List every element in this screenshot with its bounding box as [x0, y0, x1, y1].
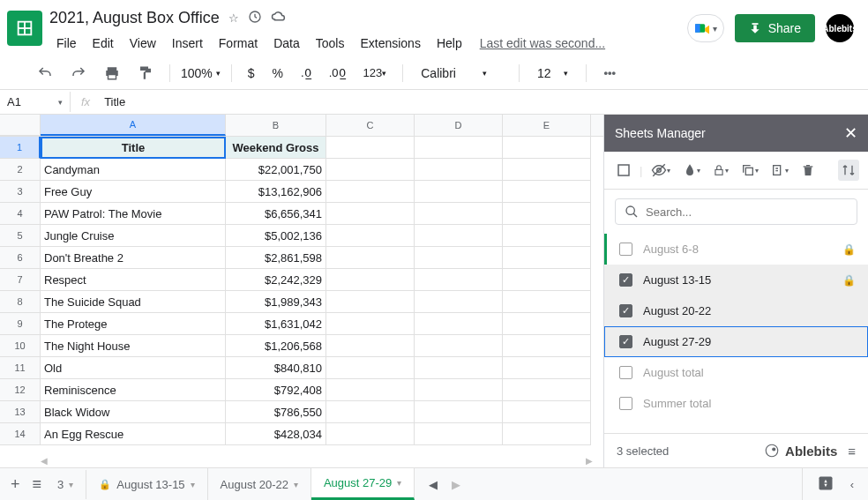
col-header-a[interactable]: A: [41, 115, 226, 136]
sidebar-close-button[interactable]: ✕: [844, 123, 857, 143]
cell[interactable]: [415, 291, 503, 313]
cell[interactable]: $13,162,906: [226, 181, 326, 203]
menu-help[interactable]: Help: [430, 33, 469, 54]
meet-button[interactable]: ▾: [687, 14, 724, 42]
tab-prev-button[interactable]: ◀: [429, 478, 438, 491]
user-avatar[interactable]: Ablebits: [826, 14, 854, 42]
row-header[interactable]: 5: [0, 225, 41, 247]
cell[interactable]: [415, 269, 503, 291]
spreadsheet-grid[interactable]: A B C D E 1TitleWeekend Gross2Candyman$2…: [0, 115, 603, 467]
cell[interactable]: [415, 137, 503, 159]
col-header-b[interactable]: B: [226, 115, 326, 136]
scroll-left-icon[interactable]: ◀: [41, 456, 48, 466]
row-header[interactable]: 4: [0, 203, 41, 225]
color-icon[interactable]: ▾: [679, 160, 704, 181]
cell[interactable]: $2,242,329: [226, 269, 326, 291]
row-header[interactable]: 12: [0, 379, 41, 401]
checkbox[interactable]: [619, 243, 632, 256]
cell[interactable]: [326, 357, 415, 379]
cell[interactable]: [326, 335, 415, 357]
sheet-tab[interactable]: August 20-22▾: [208, 468, 311, 500]
checkbox[interactable]: [619, 397, 632, 410]
document-title[interactable]: 2021, August Box Office: [49, 9, 220, 27]
menu-insert[interactable]: Insert: [165, 33, 210, 54]
cell[interactable]: [503, 423, 591, 445]
sort-icon[interactable]: [838, 160, 859, 181]
sheet-list-item[interactable]: ✓August 27-29: [604, 326, 868, 357]
cell[interactable]: [326, 313, 415, 335]
cell[interactable]: $1,989,343: [226, 291, 326, 313]
cell[interactable]: Candyman: [41, 159, 226, 181]
cell[interactable]: [503, 379, 591, 401]
cell[interactable]: $22,001,750: [226, 159, 326, 181]
cell[interactable]: [415, 335, 503, 357]
cell[interactable]: [326, 379, 415, 401]
cell[interactable]: [326, 203, 415, 225]
select-all-icon[interactable]: [613, 160, 634, 181]
formula-input[interactable]: Title: [101, 92, 868, 112]
cell[interactable]: [326, 159, 415, 181]
add-sheet-button[interactable]: +: [11, 475, 20, 494]
cell[interactable]: [326, 291, 415, 313]
cell[interactable]: [503, 335, 591, 357]
copy-icon[interactable]: ▾: [737, 160, 762, 181]
paint-format-button[interactable]: [132, 62, 159, 85]
share-button[interactable]: Share: [735, 14, 815, 42]
cell[interactable]: An Egg Rescue: [41, 423, 226, 445]
delete-icon[interactable]: [797, 160, 819, 181]
cell[interactable]: Respect: [41, 269, 226, 291]
cell[interactable]: $792,408: [226, 379, 326, 401]
sheets-logo[interactable]: [7, 11, 42, 46]
cell[interactable]: [326, 181, 415, 203]
name-box[interactable]: A1 ▾: [0, 92, 71, 112]
row-header[interactable]: 7: [0, 269, 41, 291]
search-input[interactable]: [646, 205, 848, 219]
chevron-down-icon[interactable]: ▾: [397, 478, 401, 488]
cell[interactable]: [415, 357, 503, 379]
cell[interactable]: [503, 313, 591, 335]
cell[interactable]: Don't Breathe 2: [41, 247, 226, 269]
increase-decimal-button[interactable]: .00̲: [324, 63, 351, 83]
cell[interactable]: [503, 225, 591, 247]
scroll-right-icon[interactable]: ▶: [586, 456, 593, 466]
tab-next-button[interactable]: ▶: [452, 478, 460, 491]
cell[interactable]: $1,206,568: [226, 335, 326, 357]
row-header[interactable]: 8: [0, 291, 41, 313]
menu-format[interactable]: Format: [212, 33, 265, 54]
search-box[interactable]: [615, 198, 857, 225]
star-icon[interactable]: ☆: [228, 11, 239, 25]
checkbox[interactable]: ✓: [619, 335, 632, 348]
chevron-down-icon[interactable]: ▾: [294, 480, 298, 489]
percent-button[interactable]: %: [267, 63, 288, 84]
sheet-list-item[interactable]: August 6-8🔒: [604, 234, 868, 265]
menu-extensions[interactable]: Extensions: [353, 33, 427, 54]
menu-tools[interactable]: Tools: [309, 33, 352, 54]
sheet-tab[interactable]: 🔒August 13-15▾: [86, 468, 207, 500]
checkbox[interactable]: ✓: [619, 304, 632, 317]
cell[interactable]: [503, 203, 591, 225]
cell[interactable]: [415, 181, 503, 203]
cell[interactable]: [503, 291, 591, 313]
decrease-decimal-button[interactable]: .0̲: [296, 63, 317, 83]
cell[interactable]: $786,550: [226, 401, 326, 423]
row-header[interactable]: 10: [0, 335, 41, 357]
menu-edit[interactable]: Edit: [86, 33, 121, 54]
checkbox[interactable]: [619, 366, 632, 379]
cloud-icon[interactable]: [271, 9, 287, 27]
cell[interactable]: $840,810: [226, 357, 326, 379]
cell[interactable]: [415, 203, 503, 225]
visibility-icon[interactable]: ▾: [647, 159, 674, 182]
cell[interactable]: [415, 379, 503, 401]
sheet-list-item[interactable]: Summer total: [604, 388, 868, 419]
cell[interactable]: [503, 269, 591, 291]
cell[interactable]: [326, 269, 415, 291]
cell[interactable]: [415, 247, 503, 269]
sheet-tab[interactable]: August 27-29▾: [311, 468, 415, 500]
last-edit-link[interactable]: Last edit was second...: [480, 36, 605, 50]
cell[interactable]: [326, 401, 415, 423]
ablebits-logo[interactable]: Ablebits ≡: [764, 443, 856, 459]
cell[interactable]: [326, 423, 415, 445]
cell[interactable]: Black Widow: [41, 401, 226, 423]
cell[interactable]: [326, 225, 415, 247]
move-sheet-icon[interactable]: ▾: [767, 160, 792, 181]
